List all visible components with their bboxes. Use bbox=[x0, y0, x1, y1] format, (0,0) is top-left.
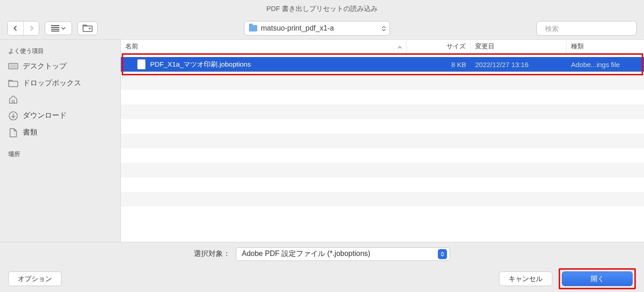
document-icon bbox=[8, 129, 18, 137]
new-folder-button[interactable] bbox=[78, 21, 98, 35]
empty-row bbox=[121, 119, 644, 134]
filter-select[interactable]: Adobe PDF 設定ファイル (*.joboptions) bbox=[236, 247, 450, 261]
file-list[interactable]: PDF_X1a_マツオ印刷.joboptions 8 KB 2022/12/27… bbox=[121, 53, 644, 242]
sidebar-item-home[interactable] bbox=[0, 92, 120, 107]
folder-icon bbox=[8, 79, 18, 88]
view-mode-button[interactable] bbox=[45, 21, 72, 35]
back-button[interactable] bbox=[8, 21, 23, 35]
folder-plus-icon bbox=[83, 25, 93, 32]
sidebar-item-documents[interactable]: 書類 bbox=[0, 124, 120, 141]
sidebar-item-desktop[interactable]: デスクトップ bbox=[0, 58, 120, 75]
file-row[interactable]: PDF_X1a_マツオ印刷.joboptions 8 KB 2022/12/27… bbox=[121, 57, 644, 72]
empty-row bbox=[121, 192, 644, 207]
sidebar-item-downloads[interactable]: ダウンロード bbox=[0, 107, 120, 124]
empty-row bbox=[121, 148, 644, 163]
sidebar-item-label: デスクトップ bbox=[23, 62, 67, 71]
options-button[interactable]: オプション bbox=[8, 271, 62, 286]
svg-rect-4 bbox=[9, 81, 18, 87]
sidebar-section-favorites: よく使う項目 bbox=[0, 44, 120, 58]
download-icon bbox=[8, 112, 18, 120]
desktop-icon bbox=[8, 63, 18, 71]
path-label: matsuo-print_pdf_x1-a bbox=[261, 24, 334, 32]
chevron-down-icon bbox=[61, 27, 66, 30]
empty-row bbox=[121, 134, 644, 148]
svg-rect-3 bbox=[10, 64, 17, 68]
sidebar-item-label: ダウンロード bbox=[23, 111, 67, 120]
column-headers: 名前 サイズ 変更日 種類 bbox=[121, 40, 644, 53]
empty-row bbox=[121, 207, 644, 221]
sidebar-section-places: 場所 bbox=[0, 147, 120, 161]
search-box[interactable] bbox=[536, 21, 637, 36]
search-icon bbox=[541, 25, 542, 32]
annotation-highlight-open: 開く bbox=[559, 268, 636, 289]
footer-filter: 選択対象： Adobe PDF 設定ファイル (*.joboptions) bbox=[0, 242, 644, 266]
list-icon bbox=[51, 25, 59, 31]
nav-group bbox=[7, 21, 39, 36]
column-kind[interactable]: 種類 bbox=[566, 40, 644, 53]
empty-row bbox=[121, 104, 644, 119]
sidebar: よく使う項目 デスクトップ ドロップボックス ダウンロード bbox=[0, 40, 120, 242]
svg-point-1 bbox=[541, 28, 542, 28]
footer-buttons: オプション キャンセル 開く bbox=[0, 266, 644, 292]
open-button[interactable]: 開く bbox=[562, 271, 633, 286]
window-title: PDF 書き出しプリセットの読み込み bbox=[0, 0, 644, 17]
file-name-cell: PDF_X1a_マツオ印刷.joboptions bbox=[121, 57, 407, 72]
toolbar: matsuo-print_pdf_x1-a bbox=[0, 17, 644, 39]
column-size[interactable]: サイズ bbox=[407, 40, 471, 53]
column-modified[interactable]: 変更日 bbox=[471, 40, 566, 53]
empty-row bbox=[121, 177, 644, 192]
empty-row bbox=[121, 75, 644, 90]
file-kind-cell: Adobe...ings file bbox=[566, 57, 644, 72]
folder-icon bbox=[249, 25, 257, 31]
search-input[interactable] bbox=[545, 25, 632, 32]
sidebar-item-label: ドロップボックス bbox=[23, 78, 81, 88]
filter-label: 選択対象： bbox=[194, 249, 230, 259]
file-modified-cell: 2022/12/27 13:16 bbox=[471, 57, 566, 72]
chevron-left-icon bbox=[13, 25, 18, 31]
sort-asc-icon bbox=[398, 43, 402, 50]
cancel-button[interactable]: キャンセル bbox=[499, 271, 552, 286]
sidebar-item-dropbox[interactable]: ドロップボックス bbox=[0, 75, 120, 92]
empty-row bbox=[121, 90, 644, 104]
forward-button[interactable] bbox=[23, 21, 39, 35]
stepper-icon bbox=[382, 26, 386, 31]
main-area: よく使う項目 デスクトップ ドロップボックス ダウンロード bbox=[0, 39, 644, 242]
chevron-right-icon bbox=[29, 25, 34, 31]
file-icon bbox=[137, 59, 145, 69]
sidebar-item-label: 書類 bbox=[23, 128, 37, 137]
file-size-cell: 8 KB bbox=[407, 57, 471, 72]
column-name[interactable]: 名前 bbox=[121, 40, 407, 53]
path-dropdown[interactable]: matsuo-print_pdf_x1-a bbox=[244, 21, 390, 36]
empty-row bbox=[121, 163, 644, 177]
stepper-icon bbox=[438, 249, 447, 259]
file-panel: 名前 サイズ 変更日 種類 PDF_X1a_マツオ印刷.joboptions 8… bbox=[120, 40, 644, 242]
svg-rect-5 bbox=[12, 100, 14, 103]
home-icon bbox=[8, 95, 18, 104]
